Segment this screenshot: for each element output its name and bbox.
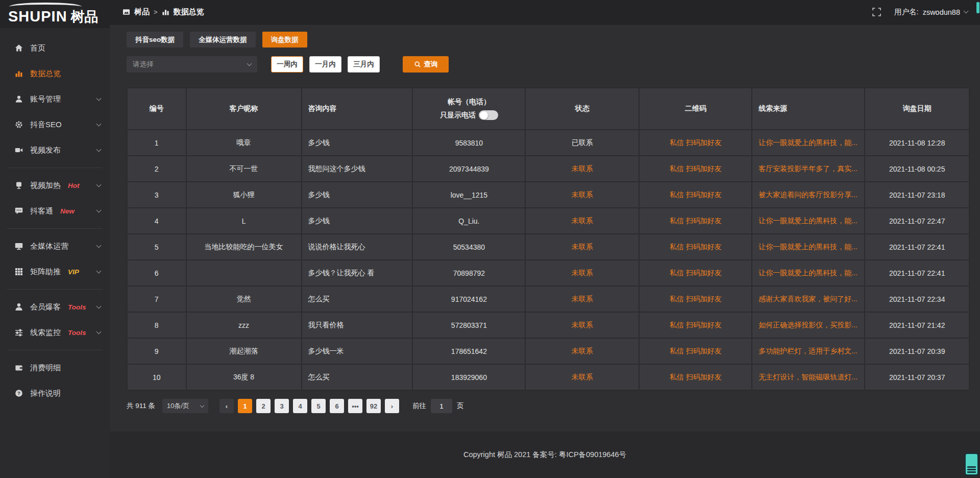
- tab-media-operation-data[interactable]: 全媒体运营数据: [190, 32, 256, 47]
- sidebar-item-label: 操作说明: [30, 389, 61, 398]
- sidebar-item-consumption-detail[interactable]: 消费明细: [0, 355, 110, 380]
- cell-source-link[interactable]: 让你一眼就爱上的黑科技，能...: [752, 234, 865, 260]
- cell-qrcode-link[interactable]: 私信 扫码加好友: [639, 364, 752, 390]
- logo-arc: [9, 3, 82, 11]
- cell-content: 多少钱？让我死心 看: [302, 260, 413, 286]
- cell-nickname: 狐小狸: [186, 182, 302, 208]
- breadcrumb-root[interactable]: 树品: [122, 7, 150, 17]
- cell-date: 2021-11-07 20:37: [865, 364, 969, 390]
- chevron-down-icon: [964, 9, 969, 14]
- sidebar-item-video-publish[interactable]: 视频发布: [0, 137, 110, 163]
- cell-qrcode-link[interactable]: 私信 扫码加好友: [639, 260, 752, 286]
- page-button-2[interactable]: 2: [256, 399, 271, 413]
- chart-icon: [162, 8, 169, 16]
- cell-nickname: zzz: [186, 312, 302, 338]
- cell-nickname: L: [186, 208, 302, 234]
- cell-source-link[interactable]: 让你一眼就爱上的黑科技，能...: [752, 260, 865, 286]
- prev-page-button[interactable]: ‹: [219, 399, 234, 413]
- cell-qrcode-link[interactable]: 私信 扫码加好友: [639, 234, 752, 260]
- cell-account: 9583810: [412, 130, 525, 156]
- sidebar-item-data-overview[interactable]: 数据总览: [0, 61, 110, 86]
- cell-source-link[interactable]: 如何正确选择投影仪，买投影...: [752, 312, 865, 338]
- copyright-text: Copyright 树品 2021 备案号: 粤ICP备09019646号: [463, 450, 626, 460]
- table-row: 2 不可一世 我想问这个多少钱 2097344839 未联系 私信 扫码加好友 …: [127, 156, 969, 182]
- table-header-row: 编号 客户昵称 咨询内容 帐号（电话） 只显示电话: [127, 88, 969, 130]
- username: zswodun88: [923, 8, 960, 16]
- user-label: 用户名:: [894, 7, 919, 17]
- cell-qrcode-link[interactable]: 私信 扫码加好友: [639, 208, 752, 234]
- cell-status: 未联系: [525, 234, 639, 260]
- sidebar-item-video-heat[interactable]: 视频加热 Hot: [0, 173, 110, 198]
- cell-source-link[interactable]: 多功能护栏灯，适用于乡村文...: [752, 338, 865, 364]
- goto-suffix: 页: [457, 401, 464, 411]
- cell-date: 2021-11-07 22:41: [865, 234, 969, 260]
- cell-status: 未联系: [525, 338, 639, 364]
- cell-status: 未联系: [525, 286, 639, 312]
- scrollbar-marker: [976, 2, 979, 13]
- cell-nickname: 36度 8: [186, 364, 302, 390]
- query-button[interactable]: 查询: [403, 56, 449, 73]
- sidebar-item-label: 抖客通: [30, 206, 53, 216]
- page-size-select[interactable]: 10条/页: [162, 399, 208, 413]
- cell-qrcode-link[interactable]: 私信 扫码加好友: [639, 156, 752, 182]
- tab-inquiry-data[interactable]: 询盘数据: [262, 32, 307, 47]
- main-column: 树品 > 数据总览 用户名: zswodun88: [110, 0, 980, 478]
- sidebar-item-matrix-boost[interactable]: 矩阵助推 VIP: [0, 259, 110, 284]
- table-row: 9 潮起潮落 多少钱一米 178651642 未联系 私信 扫码加好友 多功能护…: [127, 338, 969, 364]
- cell-qrcode-link[interactable]: 私信 扫码加好友: [639, 182, 752, 208]
- cell-status: 未联系: [525, 208, 639, 234]
- cell-account: 2097344839: [412, 156, 525, 182]
- cell-source-link[interactable]: 被大家追着问的客厅投影分享...: [752, 182, 865, 208]
- next-page-button[interactable]: ›: [385, 399, 399, 413]
- page-button-4[interactable]: 4: [293, 399, 307, 413]
- cell-source-link[interactable]: 让你一眼就爱上的黑科技，能...: [752, 130, 865, 156]
- cell-no: 1: [127, 130, 186, 156]
- cell-source-link[interactable]: 无主灯设计，智能磁吸轨道灯...: [752, 364, 865, 390]
- sidebar-item-doketong[interactable]: 抖客通 New: [0, 198, 110, 224]
- page-button-92[interactable]: 92: [366, 399, 381, 413]
- page-button-5[interactable]: 5: [311, 399, 326, 413]
- user-icon: [14, 95, 23, 104]
- account-select[interactable]: 请选择: [127, 56, 257, 73]
- page-button-1[interactable]: 1: [238, 399, 252, 413]
- sidebar-item-account-mgmt[interactable]: 账号管理: [0, 86, 110, 112]
- sidebar-item-douyin-seo[interactable]: 抖音SEO: [0, 112, 110, 137]
- cell-source-link[interactable]: 让你一眼就爱上的黑科技，能...: [752, 208, 865, 234]
- user-menu[interactable]: 用户名: zswodun88: [894, 7, 968, 17]
- goto-page-input[interactable]: [431, 399, 452, 413]
- status-badge: 未联系: [572, 269, 593, 277]
- table-row: 7 觉然 怎么买 917024162 未联系 私信 扫码加好友 感谢大家喜欢我家…: [127, 286, 969, 312]
- breadcrumb-current[interactable]: 数据总览: [162, 7, 204, 17]
- range-quarter-button[interactable]: 三月内: [348, 56, 380, 73]
- cell-date: 2021-11-07 23:18: [865, 182, 969, 208]
- cell-date: 2021-11-07 22:41: [865, 260, 969, 286]
- topbar-right: 用户名: zswodun88: [872, 7, 968, 17]
- page-ellipsis-button[interactable]: •••: [348, 399, 362, 413]
- sidebar-item-member-baoke[interactable]: 会员爆客 Tools: [0, 294, 110, 320]
- sidebar-item-home[interactable]: 首页: [0, 35, 110, 61]
- floating-widget[interactable]: [965, 453, 978, 475]
- cell-no: 5: [127, 234, 186, 260]
- page-button-3[interactable]: 3: [275, 399, 289, 413]
- tools-badge: Tools: [68, 303, 86, 311]
- cell-qrcode-link[interactable]: 私信 扫码加好友: [639, 312, 752, 338]
- sidebar-item-label: 抖音SEO: [30, 120, 62, 130]
- sidebar-item-lead-monitor[interactable]: 线索监控 Tools: [0, 320, 110, 345]
- status-badge: 未联系: [572, 217, 593, 225]
- topbar: 树品 > 数据总览 用户名: zswodun88: [110, 0, 980, 25]
- sidebar-item-media-operation[interactable]: 全媒体运营: [0, 233, 110, 259]
- phone-only-toggle[interactable]: [479, 110, 498, 120]
- fullscreen-icon[interactable]: [872, 8, 881, 16]
- cell-qrcode-link[interactable]: 私信 扫码加好友: [639, 286, 752, 312]
- cell-qrcode-link[interactable]: 私信 扫码加好友: [639, 130, 752, 156]
- cell-qrcode-link[interactable]: 私信 扫码加好友: [639, 338, 752, 364]
- cell-date: 2021-11-07 22:47: [865, 208, 969, 234]
- range-week-button[interactable]: 一周内: [271, 56, 303, 73]
- table-row: 1 哦章 多少钱 9583810 已联系 私信 扫码加好友 让你一眼就爱上的黑科…: [127, 130, 969, 156]
- sidebar-item-instructions[interactable]: ? 操作说明: [0, 380, 110, 406]
- cell-source-link[interactable]: 感谢大家喜欢我家，被问了好...: [752, 286, 865, 312]
- cell-source-link[interactable]: 客厅安装投影半年多了，真实...: [752, 156, 865, 182]
- tab-douyin-seo-data[interactable]: 抖音seo数据: [127, 32, 183, 47]
- range-month-button[interactable]: 一月内: [309, 56, 341, 73]
- page-button-6[interactable]: 6: [330, 399, 344, 413]
